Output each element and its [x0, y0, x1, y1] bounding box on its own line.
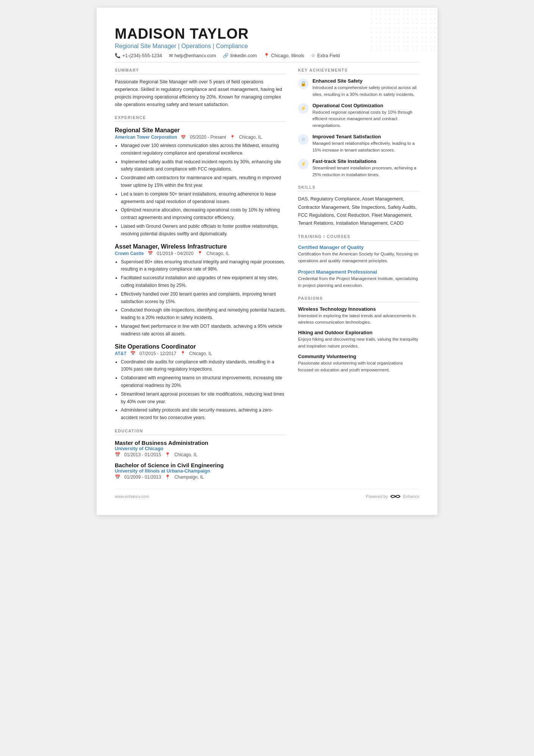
training-desc-2: Credential from the Project Management I…	[298, 275, 419, 289]
summary-text: Passionate Regional Site Manager with ov…	[115, 78, 286, 108]
passion-title-2: Hiking and Outdoor Exploration	[298, 330, 419, 335]
bullet-3-4: Administered safety protocols and site s…	[121, 407, 286, 422]
achievements-label: KEY ACHIEVEMENTS	[298, 68, 419, 74]
calendar-icon-2: 📅	[148, 251, 153, 256]
decorative-dots	[369, 8, 437, 53]
brand-name: Enhancv	[403, 494, 419, 499]
achievement-title-3: Improved Tenant Satisfaction	[312, 134, 419, 139]
passion-title-3: Community Volunteering	[298, 354, 419, 359]
bullet-3-1: Coordinated site audits for compliance w…	[121, 358, 286, 374]
skills-label: SKILLS	[298, 185, 419, 191]
bullet-2-5: Managed fleet performance in line with D…	[121, 323, 286, 338]
training-2: Project Management Professional Credenti…	[298, 269, 419, 289]
location-icon: 📍	[264, 53, 270, 58]
edu-calendar-icon-1: 📅	[115, 452, 120, 457]
passion-1: Wireless Technology Innovations Interest…	[298, 306, 419, 326]
bullet-2-3: Effectively handled over 200 tenant quer…	[121, 291, 286, 306]
right-column: KEY ACHIEVEMENTS 🔒 Enhanced Site Safety …	[298, 68, 419, 480]
passion-3: Community Volunteering Passionate about …	[298, 354, 419, 374]
edu-location-icon-2: 📍	[165, 474, 170, 480]
contact-info: 📞 +1-(234)-555-1234 ✉ help@enhancv.com 🔗…	[115, 53, 419, 58]
location-info: 📍 Chicago, Illinois	[264, 53, 304, 58]
footer: www.enhancv.com Powered by Enhancv	[115, 489, 419, 500]
job-company-2: Crown Castle	[115, 251, 144, 256]
phone-icon: 📞	[115, 53, 121, 58]
passion-title-1: Wireless Technology Innovations	[298, 306, 419, 312]
bullet-3-3: Streamlined tenant approval processes fo…	[121, 391, 286, 406]
footer-website: www.enhancv.com	[115, 494, 149, 499]
passion-desc-2: Enjoys hiking and discovering new trails…	[298, 336, 419, 350]
job-location-3: Chicago, IL	[189, 351, 212, 356]
job-title-3: Site Operations Coordinator	[115, 343, 286, 350]
resume-page: MADISON TAYLOR Regional Site Manager | O…	[97, 8, 437, 515]
job-meta-2: Crown Castle 📅 01/2018 - 04/2020 📍 Chica…	[115, 251, 286, 256]
bullet-2-1: Supervised 80+ sites ensuring structural…	[121, 258, 286, 274]
achievement-desc-3: Managed tenant relationships effectively…	[312, 140, 419, 154]
school-1: University of Chicago	[115, 446, 286, 451]
training-label: TRAINING / COURSES	[298, 234, 419, 241]
achievement-desc-2: Reduced regional operational costs by 10…	[312, 109, 419, 129]
bullet-1-3: Coordinated with contractors for mainten…	[121, 174, 286, 189]
calendar-icon-1: 📅	[181, 135, 186, 140]
bullet-1-5: Optimized resource allocation, decreasin…	[121, 207, 286, 222]
job-meta-1: American Tower Corporation 📅 05/2020 - P…	[115, 135, 286, 140]
achievement-content-1: Enhanced Site Safety Introduced a compre…	[312, 78, 419, 98]
bullet-1-4: Led a team to complete 50+ tenant instal…	[121, 191, 286, 206]
bullet-1-6: Liaised with Ground Owners and public of…	[121, 223, 286, 238]
calendar-icon-3: 📅	[130, 351, 136, 356]
achievement-content-2: Operational Cost Optimization Reduced re…	[312, 103, 419, 129]
job-location-2: Chicago, IL	[206, 251, 230, 256]
edu-dates-1: 01/2013 - 01/2015	[124, 452, 161, 457]
degree-1: Master of Business Administration	[115, 440, 286, 446]
job-bullets-3: Coordinated site audits for compliance w…	[115, 358, 286, 422]
skills-text: DAS, Regulatory Compliance, Asset Manage…	[298, 195, 419, 227]
left-column: SUMMARY Passionate Regional Site Manager…	[115, 68, 286, 480]
job-dates-3: 07/2015 - 12/2017	[139, 351, 176, 356]
passion-desc-3: Passionate about volunteering with local…	[298, 360, 419, 374]
extra-value: Extra Field	[317, 53, 340, 58]
extra-icon: ☆	[311, 53, 315, 58]
bullet-1-1: Managed over 100 wireless communication …	[121, 142, 286, 157]
job-location-1: Chicago, IL	[239, 135, 262, 140]
job-meta-3: AT&T 📅 07/2015 - 12/2017 📍 Chicago, IL	[115, 351, 286, 356]
bullet-2-4: Conducted thorough site inspections, ide…	[121, 307, 286, 322]
location-icon-1: 📍	[230, 135, 235, 140]
achievement-icon-1: 🔒	[298, 78, 309, 89]
training-1: Certified Manager of Quality Certificati…	[298, 244, 419, 265]
passion-desc-1: Interested in exploring the latest trend…	[298, 313, 419, 326]
achievement-icon-3: ☆	[298, 134, 309, 145]
experience-label: EXPERIENCE	[115, 115, 286, 122]
edu-meta-2: 📅 01/2009 - 01/2013 📍 Champaign, IL	[115, 474, 286, 480]
job-bullets-2: Supervised 80+ sites ensuring structural…	[115, 258, 286, 338]
bullet-3-2: Collaborated with engineering teams on s…	[121, 374, 286, 390]
achievement-content-3: Improved Tenant Satisfaction Managed ten…	[312, 134, 419, 154]
passions-label: PASSIONS	[298, 296, 419, 302]
training-title-1: Certified Manager of Quality	[298, 244, 419, 250]
linkedin-value: linkedin.com	[230, 53, 256, 58]
header-divider	[115, 62, 419, 63]
summary-label: SUMMARY	[115, 68, 286, 74]
passion-2: Hiking and Outdoor Exploration Enjoys hi…	[298, 330, 419, 350]
job-title-1: Regional Site Manager	[115, 127, 286, 134]
achievement-content-4: Fast-track Site Installations Streamline…	[312, 158, 419, 178]
location-icon-3: 📍	[180, 351, 186, 356]
two-column-layout: SUMMARY Passionate Regional Site Manager…	[115, 68, 419, 480]
phone-value: +1-(234)-555-1234	[122, 53, 162, 58]
achievement-title-4: Fast-track Site Installations	[312, 158, 419, 164]
job-bullets-1: Managed over 100 wireless communication …	[115, 142, 286, 238]
location-value: Chicago, Illinois	[271, 53, 304, 58]
training-desc-1: Certification from the American Society …	[298, 251, 419, 265]
achievement-desc-4: Streamlined tenant installation processe…	[312, 165, 419, 178]
edu-location-icon-1: 📍	[165, 452, 170, 457]
bullet-1-2: Implemented safety audits that reduced i…	[121, 158, 286, 174]
edu-calendar-icon-2: 📅	[115, 474, 120, 480]
achievement-3: ☆ Improved Tenant Satisfaction Managed t…	[298, 134, 419, 154]
powered-by-text: Powered by	[366, 494, 388, 499]
enhancv-logo-icon	[390, 493, 401, 500]
training-title-2: Project Management Professional	[298, 269, 419, 275]
email-info: ✉ help@enhancv.com	[169, 53, 216, 58]
achievement-4: ⚡ Fast-track Site Installations Streamli…	[298, 158, 419, 178]
achievement-title-2: Operational Cost Optimization	[312, 103, 419, 108]
job-company-1: American Tower Corporation	[115, 135, 177, 140]
achievement-desc-1: Introduced a comprehensive safety protoc…	[312, 85, 419, 98]
